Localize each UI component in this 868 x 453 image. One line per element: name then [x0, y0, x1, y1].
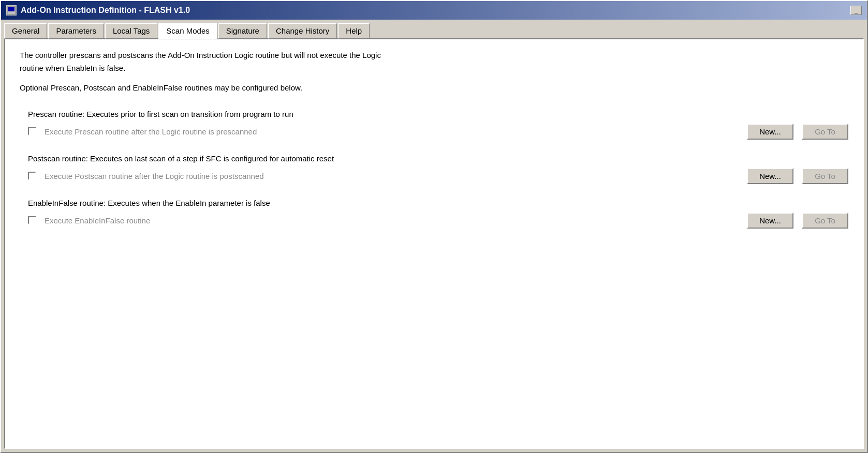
enableinfalse-checkbox[interactable]: [28, 216, 36, 224]
postscan-checkbox[interactable]: [28, 172, 36, 180]
window-title: Add-On Instruction Definition - FLASH v1…: [21, 6, 190, 15]
description-line2: routine when EnableIn is false.: [20, 63, 848, 74]
prescan-goto-button[interactable]: Go To: [802, 124, 848, 140]
enableinfalse-row: Execute EnableInFalse routine New... Go …: [28, 213, 848, 229]
enableinfalse-label: Execute EnableInFalse routine: [45, 216, 739, 225]
postscan-section: Postscan routine: Executes on last scan …: [20, 154, 848, 184]
title-bar-left: Add-On Instruction Definition - FLASH v1…: [6, 5, 190, 16]
tab-help[interactable]: Help: [338, 23, 370, 39]
title-bar: Add-On Instruction Definition - FLASH v1…: [1, 1, 867, 20]
app-icon: [6, 5, 17, 16]
postscan-new-button[interactable]: New...: [747, 168, 793, 184]
prescan-new-button[interactable]: New...: [747, 124, 793, 140]
tab-local-tags[interactable]: Local Tags: [105, 23, 157, 39]
minimize-button[interactable]: _: [850, 6, 862, 15]
tab-general[interactable]: General: [4, 23, 47, 39]
enableinfalse-goto-button[interactable]: Go To: [802, 213, 848, 229]
postscan-label: Execute Postscan routine after the Logic…: [45, 172, 739, 180]
postscan-title: Postscan routine: Executes on last scan …: [28, 154, 848, 163]
main-window: Add-On Instruction Definition - FLASH v1…: [0, 0, 868, 453]
tab-change-history[interactable]: Change History: [268, 23, 337, 39]
tab-signature[interactable]: Signature: [218, 23, 267, 39]
enableinfalse-new-button[interactable]: New...: [747, 213, 793, 229]
svg-rect-1: [8, 7, 14, 11]
prescan-checkbox[interactable]: [28, 127, 36, 135]
content-area: The controller prescans and postscans th…: [4, 38, 864, 449]
prescan-title: Prescan routine: Executes prior to first…: [28, 110, 848, 118]
svg-rect-2: [8, 12, 14, 13]
prescan-row: Execute Prescan routine after the Logic …: [28, 124, 848, 140]
optional-text: Optional Prescan, Postscan and EnableInF…: [20, 82, 848, 94]
title-controls: _: [850, 6, 862, 15]
prescan-section: Prescan routine: Executes prior to first…: [20, 110, 848, 140]
postscan-row: Execute Postscan routine after the Logic…: [28, 168, 848, 184]
tabs-bar: General Parameters Local Tags Scan Modes…: [1, 20, 867, 38]
prescan-label: Execute Prescan routine after the Logic …: [45, 127, 739, 136]
description-line1: The controller prescans and postscans th…: [20, 50, 848, 62]
enableinfalse-title: EnableInFalse routine: Executes when the…: [28, 199, 848, 207]
enableinfalse-section: EnableInFalse routine: Executes when the…: [20, 199, 848, 229]
tab-scan-modes[interactable]: Scan Modes: [158, 23, 217, 39]
tab-parameters[interactable]: Parameters: [48, 23, 104, 39]
postscan-goto-button[interactable]: Go To: [802, 168, 848, 184]
